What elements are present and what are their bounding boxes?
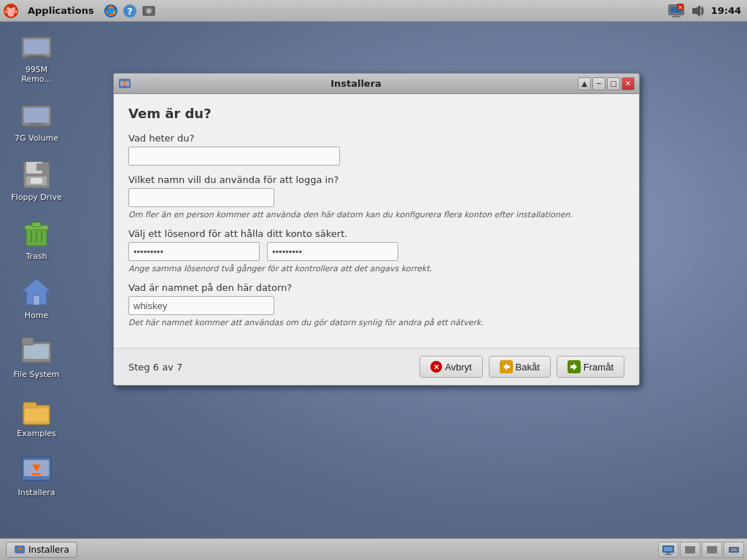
password-input[interactable] bbox=[128, 242, 260, 261]
screen-icon[interactable]: ✕ bbox=[667, 2, 685, 20]
tray-4[interactable] bbox=[724, 542, 744, 558]
desktop-icon-label-995m-remote: 995M Remo... bbox=[10, 65, 63, 84]
svg-rect-65 bbox=[665, 554, 672, 555]
svg-rect-28 bbox=[29, 123, 44, 126]
svg-rect-31 bbox=[36, 163, 42, 171]
screenshot-icon[interactable] bbox=[141, 3, 157, 19]
forward-label: Framåt bbox=[584, 362, 614, 373]
svg-rect-43 bbox=[24, 344, 49, 359]
svg-point-5 bbox=[15, 10, 18, 13]
cancel-button[interactable]: ✕ Avbryt bbox=[419, 356, 483, 378]
svg-rect-25 bbox=[26, 56, 47, 58]
desktop-icon-home[interactable]: Home bbox=[7, 271, 66, 323]
forward-button[interactable]: Framåt bbox=[557, 356, 624, 378]
desktop-icon-label-home: Home bbox=[25, 311, 48, 320]
dialog-title: Installera bbox=[134, 78, 578, 89]
computername-section: Vad är namnet på den här datorn? Det här… bbox=[128, 282, 624, 327]
username-input[interactable] bbox=[128, 188, 274, 207]
desktop-icon-995m-remote[interactable]: 995M Remo... bbox=[7, 26, 66, 87]
back-button[interactable]: Bakåt bbox=[489, 356, 551, 378]
password-note: Ange samma lösenord två gånger för att k… bbox=[128, 264, 624, 273]
svg-rect-17 bbox=[672, 16, 681, 18]
desktop-icon-installera[interactable]: Installera bbox=[7, 448, 66, 500]
svg-rect-33 bbox=[31, 178, 42, 184]
dialog-close[interactable]: ✕ bbox=[622, 77, 635, 90]
fullname-section: Vad heter du? bbox=[128, 133, 624, 166]
top-panel: Applications ? bbox=[0, 0, 747, 22]
password-label: Välj ett lösenord för att hålla ditt kon… bbox=[128, 228, 624, 239]
svg-point-3 bbox=[12, 7, 15, 10]
desktop-icon-floppy-drive[interactable]: Floppy Drive bbox=[7, 153, 66, 205]
svg-rect-55 bbox=[123, 85, 127, 86]
desktop-icon-label-installera: Installera bbox=[18, 488, 55, 497]
desktop-icon-label-trash: Trash bbox=[26, 252, 47, 261]
svg-rect-66 bbox=[685, 546, 695, 553]
computername-note: Det här namnet kommer att användas om du… bbox=[128, 318, 624, 327]
desktop-icon-trash[interactable]: Trash bbox=[7, 212, 66, 264]
dialog-content: Vem är du? Vad heter du? Vilket namn vil… bbox=[114, 94, 639, 348]
desktop-icon-label-examples: Examples bbox=[17, 429, 55, 438]
desktop-icon-label-7g-volume: 7G Volume bbox=[15, 133, 58, 143]
desktop-icons: 995M Remo... 7G Volume bbox=[7, 26, 66, 500]
svg-rect-46 bbox=[23, 402, 36, 408]
password-section: Välj ett lösenord för att hålla ditt kon… bbox=[128, 228, 624, 273]
dialog-minimize[interactable]: ─ bbox=[592, 77, 605, 90]
dialog-title-icon bbox=[118, 77, 131, 90]
svg-point-2 bbox=[7, 7, 9, 10]
tray-1[interactable] bbox=[658, 542, 678, 558]
svg-rect-41 bbox=[34, 296, 39, 305]
footer-buttons: ✕ Avbryt Bakåt bbox=[419, 356, 624, 378]
dialog-footer: Steg 6 av 7 ✕ Avbryt Bakåt bbox=[114, 348, 639, 385]
desktop-icon-filesystem[interactable]: File System bbox=[7, 330, 66, 382]
username-label: Vilket namn vill du använda för att logg… bbox=[128, 174, 624, 185]
svg-rect-63 bbox=[664, 547, 673, 551]
dialog-scroll-up[interactable]: ▲ bbox=[578, 77, 591, 90]
svg-point-12 bbox=[147, 9, 150, 12]
fullname-label: Vad heter du? bbox=[128, 133, 624, 144]
gnome-foot-icon[interactable] bbox=[3, 3, 19, 19]
svg-marker-21 bbox=[696, 5, 700, 17]
taskbar-installera[interactable]: Installera bbox=[6, 542, 77, 558]
svg-rect-13 bbox=[147, 7, 149, 9]
firefox-icon[interactable] bbox=[103, 3, 119, 19]
desktop-icon-examples[interactable]: Examples bbox=[7, 389, 66, 441]
clock: 19:44 bbox=[711, 5, 741, 16]
username-section: Vilket namn vill du använda för att logg… bbox=[128, 174, 624, 219]
tray-3[interactable] bbox=[702, 542, 722, 558]
cancel-label: Avbryt bbox=[445, 362, 472, 373]
svg-rect-68 bbox=[729, 547, 739, 553]
dialog-titlebar: Installera ▲ ─ □ ✕ bbox=[114, 74, 639, 94]
install-dialog: Installera ▲ ─ □ ✕ Vem är du? Vad heter … bbox=[113, 73, 640, 386]
svg-rect-47 bbox=[25, 408, 48, 421]
svg-rect-36 bbox=[32, 222, 41, 227]
back-label: Bakåt bbox=[516, 362, 540, 373]
svg-point-7 bbox=[108, 8, 114, 14]
svg-rect-27 bbox=[24, 108, 49, 122]
svg-rect-51 bbox=[32, 473, 41, 475]
svg-text:?: ? bbox=[127, 6, 133, 17]
svg-rect-20 bbox=[692, 8, 696, 14]
volume-icon[interactable] bbox=[689, 2, 707, 20]
username-note: Om fler än en person kommer att använda … bbox=[128, 210, 624, 219]
cancel-icon: ✕ bbox=[430, 361, 442, 373]
desktop-icon-label-filesystem: File System bbox=[14, 370, 60, 379]
step-label: Steg 6 av 7 bbox=[128, 362, 182, 373]
password-confirm-input[interactable] bbox=[267, 242, 398, 261]
desktop-icon-7g-volume[interactable]: 7G Volume bbox=[7, 94, 66, 146]
dialog-heading: Vem är du? bbox=[128, 106, 624, 121]
svg-text:✕: ✕ bbox=[678, 4, 683, 11]
svg-point-4 bbox=[5, 10, 7, 13]
svg-rect-23 bbox=[24, 39, 49, 54]
back-arrow-icon bbox=[500, 360, 513, 373]
computername-input[interactable] bbox=[128, 296, 274, 315]
taskbar-installera-label: Installera bbox=[28, 545, 69, 555]
svg-rect-67 bbox=[707, 546, 717, 553]
tray-2[interactable] bbox=[680, 542, 700, 558]
computername-label: Vad är namnet på den här datorn? bbox=[128, 282, 624, 293]
svg-rect-64 bbox=[666, 553, 670, 554]
fullname-input[interactable] bbox=[128, 147, 340, 166]
help-icon[interactable]: ? bbox=[122, 3, 138, 19]
dialog-maximize[interactable]: □ bbox=[607, 77, 620, 90]
forward-arrow-icon bbox=[568, 360, 581, 373]
applications-menu[interactable]: Applications bbox=[22, 4, 100, 18]
